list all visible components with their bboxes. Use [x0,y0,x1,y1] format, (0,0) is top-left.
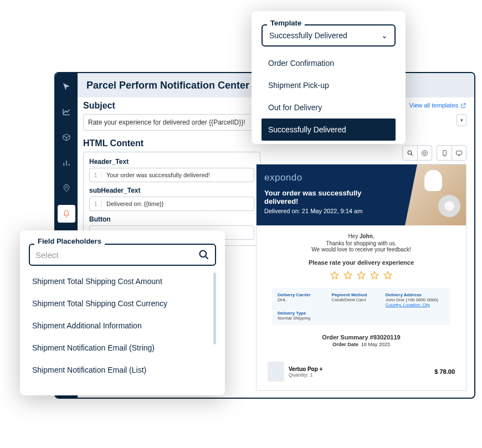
subheader-text-input[interactable]: 1 Delivered on: {{time}} [89,197,254,211]
link-text: View all templates [409,102,458,109]
hero-image [405,164,466,225]
field-placeholders-card: Field Placeholders Select Shipment Total… [20,230,225,395]
placeholder-search-input[interactable]: Select [29,244,216,266]
product-name: Vertuo Pop + [289,366,322,372]
preview-toolbar [402,145,466,161]
info-label: Delivery Address [386,292,445,297]
scrollbar[interactable] [213,272,216,344]
sidebar-item-reports[interactable] [58,154,75,172]
view-all-templates-link[interactable]: View all templates [409,102,466,109]
svg-point-0 [65,186,67,188]
editor-panel: Subject HTML Content Header_Text 1 Your … [83,101,260,246]
template-option[interactable]: Shipment Pick-up [261,74,396,96]
svg-point-9 [200,251,207,258]
star-icon[interactable] [343,270,353,280]
bell-icon [62,209,71,218]
body-line: Thanks for shopping with us. [268,240,455,246]
code-value: Your order was successfully delivered! [102,172,210,178]
product-qty: Quantity: 1 [289,372,322,378]
placeholder-option[interactable]: Shipment Total Shipping Cost Amount [29,270,212,292]
info-value: Credit/Debit Card [331,297,381,302]
svg-point-5 [423,152,425,154]
order-date: Order Date 18 May 2023 [268,342,455,347]
email-preview: expondo Your order was successfully deli… [256,164,466,391]
order-item-row: Vertuo Pop + Quantity: 1 $ 78.00 [268,362,455,382]
svg-point-7 [444,155,444,155]
delivery-info-box: Delivery CarrierDHL Payment MethodCredit… [272,288,450,325]
template-selected: Successfully Delivered [269,31,347,40]
info-value: DHL [278,297,327,302]
mobile-preview-button[interactable] [437,146,452,160]
html-content-label: HTML Content [83,138,260,148]
star-rating[interactable] [268,270,455,280]
template-select[interactable]: Successfully Delivered ⌄ [261,24,396,47]
bar-chart-icon [62,158,71,167]
sidebar-item-logo[interactable] [58,78,75,95]
sidebar-item-packages[interactable] [58,128,75,146]
package-icon [62,133,71,142]
sidebar-item-tracking[interactable] [58,179,75,197]
field-label: Button [89,215,254,223]
preview-headline: Your order was successfully delivered! [264,189,397,205]
star-icon[interactable] [356,270,366,280]
sidebar-item-notifications[interactable] [58,205,75,223]
preview-header: expondo Your order was successfully deli… [257,164,466,225]
chevron-down-icon: ⌄ [381,31,388,40]
header-text-input[interactable]: 1 Your order was successfully delivered! [89,168,254,182]
placeholder-option[interactable]: Shipment Additional Information [29,315,212,337]
info-value: Normal Shipping [278,316,327,321]
info-label: Payment Method [331,292,381,297]
star-icon[interactable] [330,270,340,280]
help-icon [421,150,428,157]
line-chart-icon [62,107,71,116]
placeholder-option[interactable]: Shipment Total Shipping Cost Currency [29,292,212,315]
template-dropdown-card: Template Successfully Delivered ⌄ Order … [252,11,406,144]
help-button[interactable] [417,146,432,160]
brand-logo: expondo [264,172,397,183]
field-label: Header_Text [89,158,254,166]
address-link[interactable]: Country, Location, City [386,302,445,307]
svg-rect-8 [457,151,462,155]
template-option[interactable]: Order Confirmation [261,52,396,74]
svg-point-3 [408,151,412,155]
mobile-icon [441,150,448,157]
cursor-icon [62,82,71,91]
field-label: subHeader_Text [89,187,254,194]
placeholder-option[interactable]: Shipment Notification Email (String) [29,337,212,359]
order-summary-title: Order Summary #93020119 [268,334,455,341]
template-option-selected[interactable]: Successfully Delivered [261,119,396,141]
preview-body: Hey John, Thanks for shopping with us. W… [257,225,466,355]
placeholder-option[interactable]: Shipment Notification Email (List) [29,359,212,381]
placeholders-legend: Field Placeholders [34,237,105,245]
search-button[interactable] [403,146,417,160]
external-link-icon [460,102,466,109]
placeholder-text: Select [35,250,59,260]
template-mini-dropdown[interactable]: ▾ [457,114,466,126]
line-number: 1 [90,200,102,207]
info-label: Delivery Type [278,311,327,316]
greeting: Hey John, [268,233,455,239]
subject-input[interactable] [83,114,260,131]
line-number: 1 [90,172,102,178]
star-icon[interactable] [370,270,380,280]
search-icon [198,249,209,260]
subject-label: Subject [83,101,260,111]
location-pin-icon [62,184,71,193]
star-icon[interactable] [383,270,393,280]
info-value: John Doe (+00 0000 0000) [386,297,445,302]
body-line: We would love to receive your feedback! [268,246,455,253]
rating-label: Please rate your delivery experience [268,259,455,266]
code-value: Delivered on: {{time}} [102,200,163,207]
preview-subheadline: Delivered on: 21 May 2022, 9:14 am [264,208,397,214]
product-price: $ 78.00 [434,368,455,375]
desktop-preview-button[interactable] [452,146,466,160]
sidebar-item-analytics[interactable] [58,103,75,121]
search-icon [407,150,414,157]
template-legend: Template [267,19,305,27]
product-image [268,362,284,382]
svg-point-4 [422,150,428,156]
info-label: Delivery Carrier [278,292,327,297]
template-option[interactable]: Out for Delivery [261,96,396,119]
desktop-icon [455,150,463,157]
placeholder-list: Shipment Total Shipping Cost Amount Ship… [29,270,216,381]
